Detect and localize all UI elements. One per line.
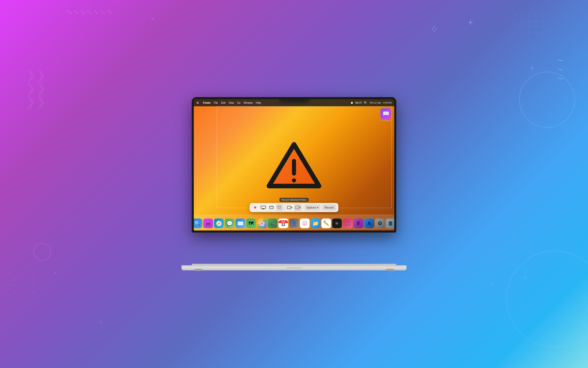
capture-portion-icon bbox=[277, 206, 282, 209]
macbook-foot-right bbox=[386, 269, 394, 271]
toolbar-options-button[interactable]: Options ▾ bbox=[304, 204, 321, 211]
svg-rect-7 bbox=[270, 206, 273, 207]
svg-rect-3 bbox=[261, 206, 266, 209]
dock-safari[interactable]: 🧭 bbox=[214, 218, 224, 228]
macbook-bottom bbox=[182, 265, 406, 270]
dock-finder[interactable]: 🔍 bbox=[194, 218, 202, 228]
x-mark-bottom-left: × bbox=[100, 319, 102, 325]
dock-system-settings[interactable]: ⚙ bbox=[375, 218, 385, 228]
dock-appstore[interactable]: A bbox=[364, 218, 374, 228]
plus-right: + bbox=[530, 64, 534, 72]
selection-region bbox=[217, 106, 392, 208]
dock-reminders[interactable]: ☑ bbox=[300, 218, 310, 228]
dots-top-right: • • • • •• • • • •• • • • •• • • • • bbox=[515, 13, 546, 35]
record-label: Record bbox=[325, 206, 334, 209]
dock-launchpad[interactable]: ⚏ bbox=[203, 218, 213, 228]
circle-right bbox=[519, 72, 575, 128]
tooltip-text: Record Selected Portion bbox=[281, 199, 307, 201]
diagonal-lines-bottom-right bbox=[486, 240, 588, 317]
dock-trash[interactable]: 🗑 bbox=[386, 218, 394, 228]
menu-help[interactable]: Help bbox=[256, 101, 261, 104]
circle-bottom-left bbox=[33, 243, 51, 261]
time-display: 4:35 PM bbox=[383, 101, 392, 104]
toolbar-record-portion-btn[interactable] bbox=[295, 204, 301, 211]
dock-calendar[interactable]: JAN 12 bbox=[278, 218, 288, 228]
screen-bezel: ⌘ Finder File Edit View Go Window Help ⏺… bbox=[192, 97, 396, 233]
svg-rect-5 bbox=[262, 209, 265, 209]
record-portion-icon bbox=[295, 206, 300, 209]
toolbar-capture-window-btn[interactable] bbox=[268, 204, 275, 211]
dock-messages[interactable]: 💬 bbox=[225, 218, 234, 228]
screen-record-icon: ⏺ bbox=[350, 101, 353, 104]
dock-music[interactable]: 🎵 bbox=[343, 218, 353, 228]
record-dot-icon bbox=[254, 206, 256, 209]
menu-view[interactable]: View bbox=[229, 101, 234, 104]
toolbar-divider-2 bbox=[303, 205, 303, 210]
menu-file[interactable]: File bbox=[214, 101, 218, 104]
apple-menu[interactable]: ⌘ bbox=[196, 101, 199, 104]
chevrons-decoration: ❯❯ ❯❯ ❯❯ bbox=[26, 69, 46, 108]
datetime-display: Thu 12 Jan bbox=[369, 101, 381, 104]
tooltip-record-selected: Record Selected Portion bbox=[279, 198, 309, 202]
dock-contacts[interactable]: 👤 bbox=[289, 218, 299, 228]
dock-maps[interactable]: 🗺 bbox=[246, 218, 256, 228]
macbook-base bbox=[179, 264, 409, 271]
dock-facetime[interactable]: 📹 bbox=[268, 218, 277, 228]
dock-freeform[interactable]: ✏️ bbox=[321, 218, 331, 228]
wavy-right: 〜〜〜 bbox=[557, 56, 563, 83]
dock: 🔍 ⚏ 🧭 💬 ✉️ 🗺 🌸 📹 JAN 12 👤 ☑ 📁 ✏️ bbox=[194, 215, 394, 229]
toolbar-divider-1 bbox=[285, 205, 285, 210]
menu-edit[interactable]: Edit bbox=[221, 101, 225, 104]
x-mark-top: × bbox=[151, 15, 154, 22]
macbook-screen-assembly: ⌘ Finder File Edit View Go Window Help ⏺… bbox=[179, 97, 409, 248]
menu-bar-left: ⌘ Finder File Edit View Go Window Help bbox=[196, 101, 261, 104]
options-arrow-icon: ▾ bbox=[317, 206, 319, 209]
capture-screen-icon bbox=[261, 206, 266, 209]
svg-marker-12 bbox=[299, 207, 300, 208]
options-label: Options bbox=[307, 206, 316, 209]
svg-marker-10 bbox=[291, 207, 292, 208]
dots-bottom-center: • • • • • bbox=[159, 332, 194, 335]
menu-bar: ⌘ Finder File Edit View Go Window Help ⏺… bbox=[194, 99, 394, 106]
screen: ⌘ Finder File Edit View Go Window Help ⏺… bbox=[194, 99, 394, 231]
toolbar-record-screen-btn[interactable] bbox=[286, 204, 293, 211]
wavy-lines-top: ∿∿∿∿∿∿∿ bbox=[66, 8, 113, 16]
screenshot-toolbar: Options ▾ Record bbox=[250, 203, 338, 212]
trackpad-indicator bbox=[286, 267, 302, 268]
svg-rect-11 bbox=[296, 206, 299, 209]
menu-go[interactable]: Go bbox=[237, 101, 240, 104]
menu-window[interactable]: Window bbox=[244, 101, 253, 104]
toolbar-record-button[interactable]: Record bbox=[322, 204, 336, 211]
dock-files[interactable]: 📁 bbox=[311, 218, 320, 228]
toolbar-screenshot-screen-btn[interactable] bbox=[252, 204, 258, 211]
svg-rect-8 bbox=[278, 206, 280, 208]
menu-bar-right: ⏺ Wi-Fi 🔍 Thu 12 Jan 4:35 PM bbox=[350, 101, 392, 105]
record-screen-icon bbox=[287, 206, 292, 209]
macbook-foot-left bbox=[194, 269, 202, 271]
dock-podcasts[interactable]: 🎙 bbox=[354, 218, 363, 228]
toolbar-capture-portion-btn[interactable] bbox=[276, 204, 283, 211]
dock-photos[interactable]: 🌸 bbox=[257, 218, 267, 228]
capture-window-icon bbox=[269, 206, 274, 209]
menu-finder[interactable]: Finder bbox=[203, 101, 211, 104]
svg-rect-4 bbox=[263, 209, 264, 209]
search-icon[interactable]: 🔍 bbox=[364, 101, 367, 105]
plus-top-right: + bbox=[468, 18, 473, 27]
macbook-device: ⌘ Finder File Edit View Go Window Help ⏺… bbox=[179, 97, 409, 271]
plus-bottom-left: + bbox=[54, 269, 57, 276]
wifi-icon: Wi-Fi bbox=[355, 101, 362, 104]
dots-bottom-left: • • •• • •• • • bbox=[14, 274, 37, 296]
dock-appletv[interactable]: tv bbox=[332, 218, 342, 228]
circle-bottom-right bbox=[506, 250, 588, 348]
svg-rect-9 bbox=[287, 206, 291, 209]
diamond-decoration: ◇ bbox=[432, 24, 437, 33]
plus-bottom-right-area: + bbox=[523, 274, 527, 281]
dock-mail[interactable]: ✉️ bbox=[235, 218, 245, 228]
x-mark-bottom-right: × bbox=[491, 281, 493, 286]
toolbar-capture-screen-btn[interactable] bbox=[260, 204, 267, 211]
